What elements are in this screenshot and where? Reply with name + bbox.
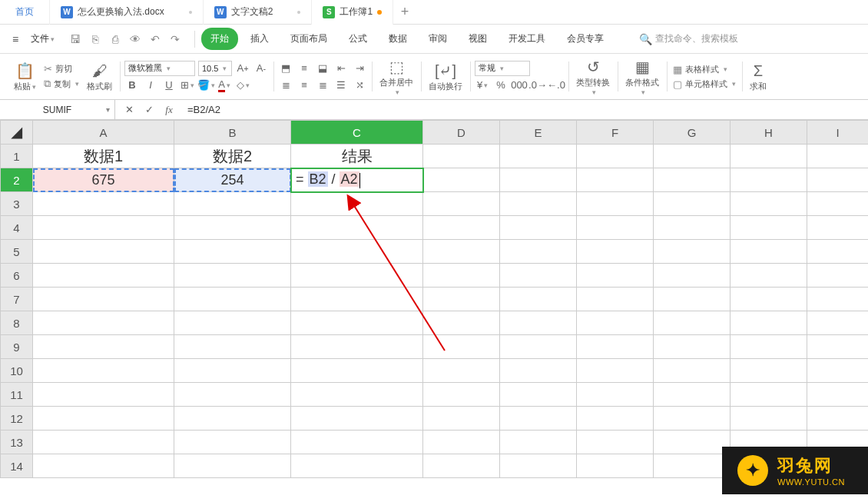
cell[interactable]: [33, 216, 174, 240]
cell[interactable]: [174, 335, 291, 359]
select-all-corner[interactable]: ◢: [1, 121, 33, 145]
merge-cells-button[interactable]: ⬚ 合并居中: [376, 57, 416, 96]
cell[interactable]: [731, 216, 807, 240]
ribbon-tab-vip[interactable]: 会员专享: [558, 28, 613, 50]
print-preview-icon[interactable]: 👁: [128, 32, 142, 46]
row-header-12[interactable]: 12: [1, 407, 33, 431]
cell[interactable]: [291, 216, 423, 240]
ribbon-tab-start[interactable]: 开始: [201, 28, 238, 50]
col-header-B[interactable]: B: [174, 121, 291, 145]
cell[interactable]: [500, 240, 577, 264]
print-icon[interactable]: ⎙: [108, 32, 122, 46]
cell[interactable]: [33, 359, 174, 383]
fill-color-icon[interactable]: 🪣: [198, 78, 214, 93]
cell[interactable]: [577, 335, 654, 359]
cell-B2-ref-highlight[interactable]: 254: [174, 168, 291, 192]
cell[interactable]: [174, 288, 291, 311]
ribbon-tab-layout[interactable]: 页面布局: [281, 28, 336, 50]
cell[interactable]: [500, 383, 577, 407]
cell[interactable]: [731, 335, 807, 359]
cell[interactable]: [807, 288, 869, 311]
font-color-icon[interactable]: A: [217, 78, 232, 93]
cell[interactable]: [577, 145, 654, 168]
undo-icon[interactable]: ↶: [148, 32, 162, 46]
cell[interactable]: [500, 145, 577, 168]
cell[interactable]: [174, 431, 291, 454]
cell[interactable]: [731, 288, 807, 311]
cell[interactable]: [423, 288, 500, 311]
cell[interactable]: [500, 264, 577, 288]
cell[interactable]: [33, 335, 174, 359]
formula-input[interactable]: =B2/A2: [183, 104, 868, 115]
row-header-10[interactable]: 10: [1, 359, 33, 383]
align-middle-icon[interactable]: ≡: [297, 61, 312, 76]
cell[interactable]: [654, 383, 731, 407]
ribbon-tab-data[interactable]: 数据: [379, 28, 416, 50]
cell[interactable]: [731, 383, 807, 407]
cell[interactable]: [33, 431, 174, 454]
col-header-A[interactable]: A: [33, 121, 174, 145]
redo-icon[interactable]: ↷: [168, 32, 182, 46]
shrink-font-icon[interactable]: A-: [253, 61, 269, 76]
cell[interactable]: [654, 288, 731, 311]
row-header-6[interactable]: 6: [1, 264, 33, 288]
orientation-icon[interactable]: ⤭: [352, 78, 367, 93]
bold-icon[interactable]: B: [124, 78, 140, 93]
cell[interactable]: [577, 288, 654, 311]
ribbon-tab-insert[interactable]: 插入: [241, 28, 278, 50]
font-size-select[interactable]: 10.5: [198, 61, 232, 76]
cell[interactable]: [500, 454, 577, 478]
underline-icon[interactable]: U: [161, 78, 177, 93]
cell[interactable]: [423, 311, 500, 335]
cell[interactable]: [807, 311, 869, 335]
align-right-icon[interactable]: ≣: [315, 78, 330, 93]
cell[interactable]: [731, 407, 807, 431]
tab-doc1[interactable]: W 怎么更换输入法.docx: [50, 0, 204, 25]
command-search[interactable]: 🔍 查找命令、搜索模板: [639, 32, 738, 45]
text-effects-icon[interactable]: ◇: [235, 78, 250, 93]
cell[interactable]: [577, 431, 654, 454]
cell[interactable]: [291, 240, 423, 264]
ribbon-tab-view[interactable]: 视图: [459, 28, 496, 50]
row-header-5[interactable]: 5: [1, 240, 33, 264]
cell[interactable]: [291, 407, 423, 431]
fx-icon[interactable]: fx: [163, 104, 175, 116]
cell[interactable]: [500, 216, 577, 240]
cell[interactable]: [423, 145, 500, 168]
save-as-icon[interactable]: ⎘: [88, 32, 102, 46]
cell[interactable]: [807, 335, 869, 359]
font-name-select[interactable]: 微软雅黑: [124, 61, 195, 76]
autosum-button[interactable]: Σ 求和: [747, 61, 770, 92]
cell[interactable]: [577, 454, 654, 478]
wrap-text-button[interactable]: [⤶] 自动换行: [426, 61, 465, 92]
tab-doc3-active[interactable]: S 工作簿1: [312, 0, 393, 25]
save-icon[interactable]: 🖫: [68, 32, 82, 46]
cell[interactable]: [807, 383, 869, 407]
row-header-7[interactable]: 7: [1, 288, 33, 311]
cell[interactable]: [423, 359, 500, 383]
new-tab-button[interactable]: +: [393, 4, 416, 20]
cell[interactable]: [174, 192, 291, 216]
row-header-14[interactable]: 14: [1, 454, 33, 478]
cell[interactable]: [33, 407, 174, 431]
ribbon-tab-review[interactable]: 审阅: [419, 28, 456, 50]
cell[interactable]: [654, 359, 731, 383]
cell[interactable]: [654, 240, 731, 264]
cell[interactable]: [423, 454, 500, 478]
cell[interactable]: [500, 168, 577, 192]
indent-decrease-icon[interactable]: ⇤: [333, 61, 349, 76]
cell[interactable]: [654, 192, 731, 216]
comma-icon[interactable]: 000: [512, 78, 527, 93]
cell[interactable]: [654, 168, 731, 192]
number-format-select[interactable]: 常规: [475, 61, 530, 76]
percent-icon[interactable]: %: [493, 78, 509, 93]
col-header-I[interactable]: I: [807, 121, 869, 145]
cell[interactable]: [577, 311, 654, 335]
cell[interactable]: [731, 264, 807, 288]
cell[interactable]: [577, 168, 654, 192]
document-tab-bar[interactable]: 首页 W 怎么更换输入法.docx W 文字文稿2 S 工作簿1 +: [0, 0, 868, 25]
cell[interactable]: [33, 383, 174, 407]
cell[interactable]: [731, 311, 807, 335]
cell[interactable]: [33, 454, 174, 478]
cell[interactable]: [174, 216, 291, 240]
